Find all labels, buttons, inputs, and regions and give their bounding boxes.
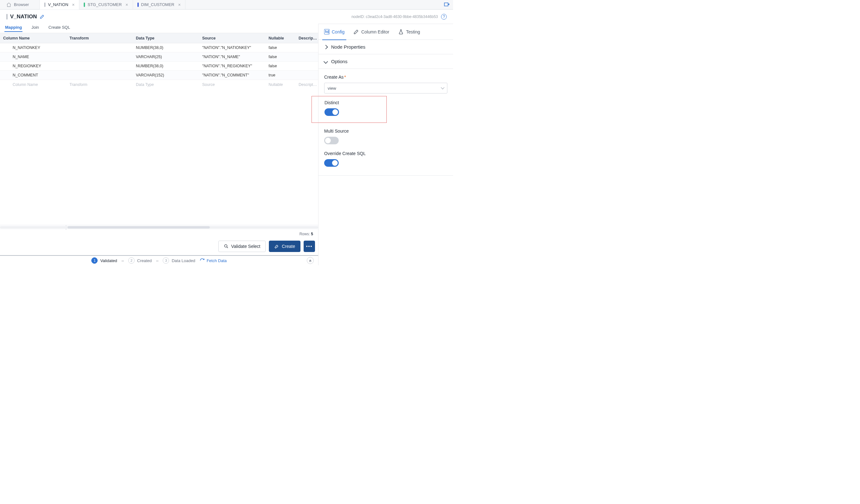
step-created: 2 Created — [128, 257, 152, 264]
cell-source: "NATION"."N_NATIONKEY" — [199, 45, 266, 50]
subtab-create-sql[interactable]: Create SQL — [48, 25, 70, 32]
top-tab-bar: Browser V_NATION × STG_CUSTOMER × DIM_CU… — [0, 0, 453, 10]
chevron-right-icon — [324, 45, 328, 49]
node-header: V_NATION nodeID: c3ead2c4-3ad8-4630-9bbe… — [0, 10, 453, 24]
validate-select-label: Validate Select — [231, 244, 260, 249]
home-icon — [6, 2, 11, 7]
close-icon[interactable]: × — [178, 2, 181, 7]
help-icon[interactable]: ? — [441, 14, 447, 19]
col-header-description[interactable]: Description — [296, 36, 321, 41]
col-header-transform[interactable]: Transform — [66, 36, 133, 41]
create-as-select[interactable]: view — [324, 83, 447, 93]
horizontal-scrollbar[interactable] — [0, 225, 318, 230]
distinct-option-highlighted: Distinct — [312, 96, 387, 123]
options-body: Create As* view Distinct Multi Source — [318, 69, 453, 176]
ph-description: Description — [296, 83, 318, 87]
col-header-name[interactable]: Column Name — [0, 36, 66, 41]
step-validated: 1 Validated — [91, 257, 117, 264]
cell-name: N_NATIONKEY — [0, 45, 66, 50]
override-sql-toggle[interactable] — [324, 159, 339, 167]
tab-label: V_NATION — [48, 2, 68, 7]
section-options[interactable]: Options — [318, 54, 453, 69]
cell-nullable: false — [266, 45, 296, 50]
side-panel: Config Column Editor Testing Node Proper… — [318, 24, 453, 265]
node-subtabs: Mapping Join Create SQL — [0, 24, 318, 33]
section-label: Node Properties — [331, 44, 365, 49]
multi-source-toggle[interactable] — [324, 137, 339, 144]
create-as-value: view — [328, 86, 336, 91]
table-row[interactable]: N_COMMENT VARCHAR(152) "NATION"."N_COMME… — [0, 71, 318, 80]
multi-source-option: Multi Source — [324, 129, 447, 145]
wrench-icon — [274, 244, 279, 249]
col-header-source[interactable]: Source — [199, 36, 266, 41]
create-more-button[interactable]: ••• — [304, 241, 315, 252]
create-as-label: Create As* — [324, 75, 447, 79]
ph-transform: Transform — [66, 83, 133, 87]
fetch-data-button[interactable]: Fetch Data — [200, 258, 227, 263]
sidetab-config[interactable]: Config — [321, 24, 347, 40]
pencil-icon — [353, 29, 359, 35]
steps-bar: 1 Validated – 2 Created – 3 Data Loaded — [0, 256, 318, 265]
sidetab-label: Column Editor — [361, 29, 389, 34]
cell-name: N_COMMENT — [0, 73, 66, 77]
create-button[interactable]: Create — [269, 241, 300, 252]
table-row[interactable]: N_NAME VARCHAR(25) "NATION"."N_NAME" fal… — [0, 53, 318, 62]
cell-nullable: true — [266, 73, 296, 77]
tab-v-nation[interactable]: V_NATION × — [40, 0, 79, 10]
tab-color-dot — [84, 2, 85, 7]
sidetab-label: Config — [332, 29, 344, 34]
tab-label: STG_CUSTOMER — [87, 2, 121, 7]
cell-datatype: VARCHAR(25) — [133, 55, 199, 59]
action-bar: Validate Select Create ••• — [0, 238, 318, 256]
col-header-nullable[interactable]: Nullable — [266, 36, 296, 41]
subtab-join[interactable]: Join — [31, 25, 39, 32]
cell-name: N_NAME — [0, 55, 66, 59]
mapping-table: Column Name Transform Data Type Source N… — [0, 33, 318, 230]
edit-icon[interactable] — [40, 14, 45, 19]
table-placeholder-row[interactable]: Column Name Transform Data Type Source N… — [0, 80, 318, 89]
cell-source: "NATION"."N_COMMENT" — [199, 73, 266, 77]
expand-steps-button[interactable] — [307, 257, 314, 264]
cell-name: N_REGIONKEY — [0, 64, 66, 68]
workspace: V_NATION nodeID: c3ead2c4-3ad8-4630-9bbe… — [0, 10, 453, 265]
validate-select-button[interactable]: Validate Select — [218, 241, 266, 252]
rows-label: Rows: — [300, 232, 310, 236]
create-label: Create — [282, 244, 295, 249]
subtab-mapping[interactable]: Mapping — [5, 25, 22, 32]
ph-source: Source — [199, 83, 266, 87]
table-row[interactable]: N_NATIONKEY NUMBER(38,0) "NATION"."N_NAT… — [0, 43, 318, 53]
table-header-row: Column Name Transform Data Type Source N… — [0, 33, 318, 43]
search-icon — [224, 244, 229, 249]
tab-color-dot — [44, 2, 45, 7]
browser-tab[interactable]: Browser — [2, 0, 40, 10]
fetch-data-label: Fetch Data — [206, 258, 227, 263]
flask-icon — [398, 29, 404, 35]
close-icon[interactable]: × — [72, 2, 74, 7]
step-number: 1 — [91, 257, 98, 264]
sidetab-label: Testing — [406, 29, 420, 34]
chevron-double-up-icon — [309, 258, 312, 263]
node-color-dot — [6, 14, 8, 19]
step-separator: – — [121, 258, 124, 263]
table-row[interactable]: N_REGIONKEY NUMBER(38,0) "NATION"."N_REG… — [0, 62, 318, 71]
step-label: Validated — [100, 258, 117, 263]
section-node-properties[interactable]: Node Properties — [318, 40, 453, 54]
sidetab-testing[interactable]: Testing — [395, 24, 423, 40]
ph-name: Column Name — [0, 83, 66, 87]
tab-label: DIM_CUSTOMER — [141, 2, 174, 7]
node-id-label: nodeID: c3ead2c4-3ad8-4630-9bbe-4835b344… — [351, 15, 438, 19]
tab-dim-customer[interactable]: DIM_CUSTOMER × — [133, 0, 185, 10]
svg-point-0 — [224, 245, 227, 247]
col-header-datatype[interactable]: Data Type — [133, 36, 199, 41]
distinct-toggle[interactable] — [325, 108, 339, 116]
step-label: Created — [137, 258, 152, 263]
refresh-icon — [200, 258, 205, 263]
close-icon[interactable]: × — [126, 2, 128, 7]
distinct-label: Distinct — [325, 100, 371, 105]
new-window-icon[interactable] — [444, 1, 450, 8]
tab-stg-customer[interactable]: STG_CUSTOMER × — [79, 0, 133, 10]
sidetab-column-editor[interactable]: Column Editor — [350, 24, 392, 40]
side-tabs: Config Column Editor Testing — [318, 24, 453, 40]
rows-count: Rows: 5 — [0, 230, 318, 238]
cell-nullable: false — [266, 64, 296, 68]
